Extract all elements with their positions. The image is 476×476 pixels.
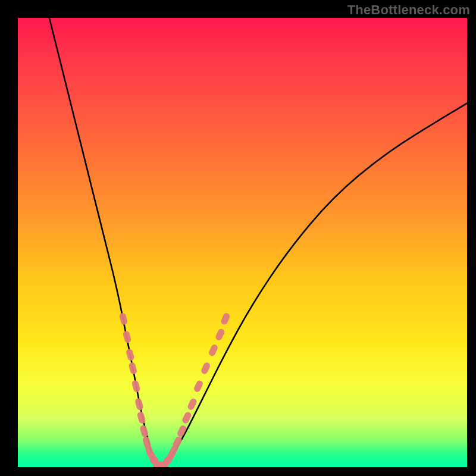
chart-frame: TheBottleneck.com — [0, 0, 476, 476]
highlighted-points-group — [119, 312, 231, 467]
bottleneck-curve-svg — [18, 18, 467, 467]
highlighted-point — [208, 343, 218, 357]
highlighted-point — [119, 312, 129, 325]
highlighted-point — [215, 328, 226, 342]
highlighted-point — [137, 411, 146, 424]
highlighted-point — [187, 397, 198, 411]
watermark-text: TheBottleneck.com — [347, 2, 470, 18]
highlighted-point — [200, 362, 211, 375]
highlighted-point — [123, 330, 132, 343]
highlighted-point — [193, 380, 204, 393]
bottleneck-curve — [49, 18, 467, 465]
highlighted-point — [128, 362, 137, 375]
highlighted-point — [131, 380, 141, 393]
highlighted-point — [220, 312, 231, 325]
plot-area — [18, 18, 467, 467]
highlighted-point — [134, 397, 144, 411]
highlighted-point — [126, 348, 135, 361]
